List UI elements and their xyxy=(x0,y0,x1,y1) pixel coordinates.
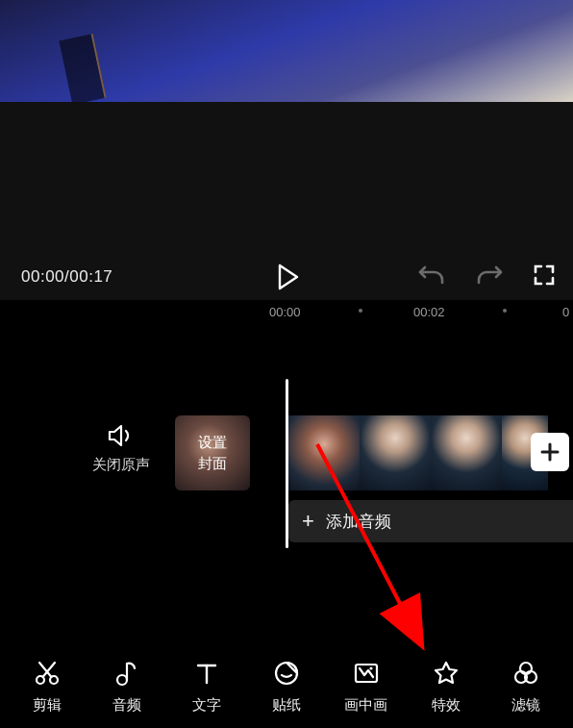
playhead[interactable] xyxy=(286,379,288,548)
tool-label: 特效 xyxy=(432,696,461,715)
text-icon xyxy=(193,660,220,690)
music-note-icon xyxy=(113,660,140,690)
tool-text[interactable]: 文字 xyxy=(167,660,247,715)
plus-icon: + xyxy=(302,511,314,532)
clip-thumbnail xyxy=(431,415,502,490)
clip-thumbnail xyxy=(360,415,431,490)
svg-point-2 xyxy=(117,675,127,685)
ruler-dot xyxy=(503,309,507,313)
cover-label-1: 设置 xyxy=(198,432,227,453)
ruler-tick: 0 xyxy=(562,305,569,319)
star-icon xyxy=(433,660,460,690)
pip-icon xyxy=(353,660,380,690)
preview-decoration xyxy=(59,34,106,105)
cover-label-2: 封面 xyxy=(198,453,227,474)
ruler-tick: 00:02 xyxy=(413,305,445,319)
play-button[interactable] xyxy=(277,264,300,294)
ruler-dot xyxy=(359,309,362,313)
mute-label: 关闭原声 xyxy=(92,456,150,474)
tool-label: 滤镜 xyxy=(511,696,540,715)
mute-original-button[interactable]: 关闭原声 xyxy=(92,423,150,474)
tool-filter[interactable]: 滤镜 xyxy=(486,660,565,715)
filter-icon xyxy=(512,660,539,690)
tool-label: 剪辑 xyxy=(33,696,62,715)
set-cover-button[interactable]: 设置 封面 xyxy=(175,415,250,490)
tool-effect[interactable]: 特效 xyxy=(406,660,486,715)
timeline-ruler[interactable]: 00:00 00:02 0 xyxy=(0,300,573,329)
redo-button[interactable] xyxy=(475,264,504,290)
bottom-toolbar: 剪辑 音频 文字 贴纸 画中画 特效 滤镜 xyxy=(0,646,573,728)
preview-black-area xyxy=(0,102,573,254)
tool-label: 音频 xyxy=(112,696,141,715)
add-audio-button[interactable]: + 添加音频 xyxy=(288,500,573,542)
undo-button[interactable] xyxy=(417,264,446,290)
tool-label: 画中画 xyxy=(344,696,387,715)
video-preview xyxy=(0,0,573,102)
playback-controls: 00:00/00:17 xyxy=(0,254,573,300)
svg-point-5 xyxy=(369,666,372,669)
fullscreen-button[interactable] xyxy=(533,264,556,290)
ruler-tick: 00:00 xyxy=(269,305,301,319)
sticker-icon xyxy=(273,660,300,690)
scissors-icon xyxy=(34,660,61,690)
tool-cut[interactable]: 剪辑 xyxy=(8,660,87,715)
tool-pip[interactable]: 画中画 xyxy=(326,660,406,715)
tool-audio[interactable]: 音频 xyxy=(87,660,167,715)
tool-sticker[interactable]: 贴纸 xyxy=(247,660,327,715)
clip-thumbnail xyxy=(288,415,360,490)
add-clip-button[interactable] xyxy=(531,433,569,471)
tool-label: 贴纸 xyxy=(272,696,301,715)
timecode: 00:00/00:17 xyxy=(21,267,112,287)
add-audio-label: 添加音频 xyxy=(326,511,391,533)
tool-label: 文字 xyxy=(192,696,221,715)
